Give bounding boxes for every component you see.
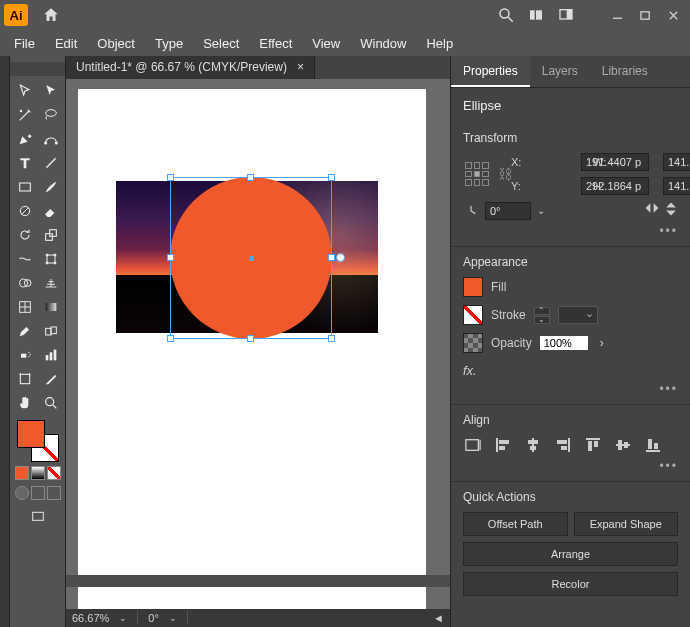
- stroke-weight-stepper[interactable]: ⌃⌄: [534, 307, 550, 324]
- align-to-icon[interactable]: [463, 435, 483, 455]
- width-tool[interactable]: [13, 248, 37, 270]
- align-bottom-icon[interactable]: [643, 435, 663, 455]
- window-close-icon[interactable]: [660, 5, 686, 25]
- opacity-field[interactable]: [540, 336, 588, 350]
- free-transform-tool[interactable]: [39, 248, 63, 270]
- flip-vertical-icon[interactable]: [664, 201, 678, 220]
- fill-swatch[interactable]: [17, 420, 45, 448]
- fill-stroke-swatches[interactable]: [15, 420, 61, 462]
- draw-behind-icon[interactable]: [31, 486, 45, 500]
- gradient-mode-icon[interactable]: [31, 466, 45, 480]
- rectangle-tool[interactable]: [13, 176, 37, 198]
- menu-file[interactable]: File: [6, 33, 43, 54]
- handle-nw[interactable]: [167, 174, 174, 181]
- close-tab-icon[interactable]: ×: [297, 60, 304, 74]
- draw-normal-icon[interactable]: [15, 486, 29, 500]
- direct-selection-tool[interactable]: [39, 80, 63, 102]
- handle-se[interactable]: [328, 335, 335, 342]
- shaper-tool[interactable]: [13, 200, 37, 222]
- expand-shape-button[interactable]: Expand Shape: [574, 512, 679, 536]
- canvas[interactable]: [66, 79, 450, 609]
- color-mode-icon[interactable]: [15, 466, 29, 480]
- menu-window[interactable]: Window: [352, 33, 414, 54]
- menu-view[interactable]: View: [304, 33, 348, 54]
- flip-horizontal-icon[interactable]: [644, 201, 660, 220]
- align-more-icon[interactable]: •••: [463, 455, 678, 473]
- rotate-tool[interactable]: [13, 224, 37, 246]
- handle-s[interactable]: [247, 335, 254, 342]
- tab-properties[interactable]: Properties: [451, 56, 530, 87]
- blend-tool[interactable]: [39, 320, 63, 342]
- slice-tool[interactable]: [39, 368, 63, 390]
- artboard-tool[interactable]: [13, 368, 37, 390]
- pie-widget[interactable]: [336, 253, 345, 262]
- tab-layers[interactable]: Layers: [530, 56, 590, 87]
- align-top-icon[interactable]: [583, 435, 603, 455]
- mesh-tool[interactable]: [13, 296, 37, 318]
- symbol-sprayer-tool[interactable]: [13, 344, 37, 366]
- menu-help[interactable]: Help: [418, 33, 461, 54]
- menu-object[interactable]: Object: [89, 33, 143, 54]
- menu-select[interactable]: Select: [195, 33, 247, 54]
- align-vcenter-icon[interactable]: [613, 435, 633, 455]
- collapsed-panel-strip[interactable]: [0, 56, 10, 627]
- reference-point-widget[interactable]: [463, 160, 491, 188]
- handle-sw[interactable]: [167, 335, 174, 342]
- scale-tool[interactable]: [39, 224, 63, 246]
- shape-builder-tool[interactable]: [13, 272, 37, 294]
- zoom-level[interactable]: 66.67%: [72, 612, 109, 624]
- screen-mode-icon[interactable]: [26, 506, 50, 528]
- eraser-tool[interactable]: [39, 200, 63, 222]
- recolor-button[interactable]: Recolor: [463, 572, 678, 596]
- center-point[interactable]: [249, 256, 254, 261]
- align-hcenter-icon[interactable]: [523, 435, 543, 455]
- opacity-swatch[interactable]: [463, 333, 483, 353]
- paintbrush-tool[interactable]: [39, 176, 63, 198]
- constrain-proportions-icon[interactable]: ⛓: [498, 166, 512, 182]
- selection-bounding-box[interactable]: [170, 177, 332, 339]
- window-maximize-icon[interactable]: [632, 5, 658, 25]
- search-icon[interactable]: [492, 1, 520, 29]
- align-right-icon[interactable]: [553, 435, 573, 455]
- fill-color-swatch[interactable]: [463, 277, 483, 297]
- stroke-weight-dropdown[interactable]: [558, 306, 598, 324]
- arrange-docs-icon[interactable]: [522, 1, 550, 29]
- w-field[interactable]: [663, 153, 690, 171]
- magic-wand-tool[interactable]: [13, 104, 37, 126]
- handle-e[interactable]: [328, 254, 335, 261]
- nav-left-icon[interactable]: ◄: [433, 612, 444, 624]
- perspective-grid-tool[interactable]: [39, 272, 63, 294]
- handle-n[interactable]: [247, 174, 254, 181]
- zoom-tool[interactable]: [39, 392, 63, 414]
- none-mode-icon[interactable]: [47, 466, 61, 480]
- pen-tool[interactable]: [13, 128, 37, 150]
- rotate-dropdown-icon[interactable]: ⌄: [537, 205, 545, 216]
- menu-effect[interactable]: Effect: [251, 33, 300, 54]
- workspace-icon[interactable]: [552, 1, 580, 29]
- arrange-button[interactable]: Arrange: [463, 542, 678, 566]
- align-left-icon[interactable]: [493, 435, 513, 455]
- h-field[interactable]: [663, 177, 690, 195]
- type-tool[interactable]: [13, 152, 37, 174]
- opacity-flyout-icon[interactable]: ›: [600, 336, 604, 350]
- menu-type[interactable]: Type: [147, 33, 191, 54]
- handle-ne[interactable]: [328, 174, 335, 181]
- rotate-view-value[interactable]: 0°: [148, 612, 159, 624]
- home-icon[interactable]: [36, 6, 66, 24]
- appearance-more-icon[interactable]: •••: [463, 378, 678, 396]
- transform-more-icon[interactable]: •••: [463, 220, 678, 238]
- stroke-color-swatch[interactable]: [463, 305, 483, 325]
- handle-w[interactable]: [167, 254, 174, 261]
- draw-inside-icon[interactable]: [47, 486, 61, 500]
- curvature-tool[interactable]: [39, 128, 63, 150]
- tab-libraries[interactable]: Libraries: [590, 56, 660, 87]
- selection-tool[interactable]: [13, 80, 37, 102]
- gradient-tool[interactable]: [39, 296, 63, 318]
- horizontal-scrollbar[interactable]: [66, 575, 450, 587]
- hand-tool[interactable]: [13, 392, 37, 414]
- effects-button[interactable]: fx.: [463, 361, 678, 378]
- line-tool[interactable]: [39, 152, 63, 174]
- rotate-field[interactable]: [485, 202, 531, 220]
- artboard[interactable]: [78, 89, 426, 609]
- menu-edit[interactable]: Edit: [47, 33, 85, 54]
